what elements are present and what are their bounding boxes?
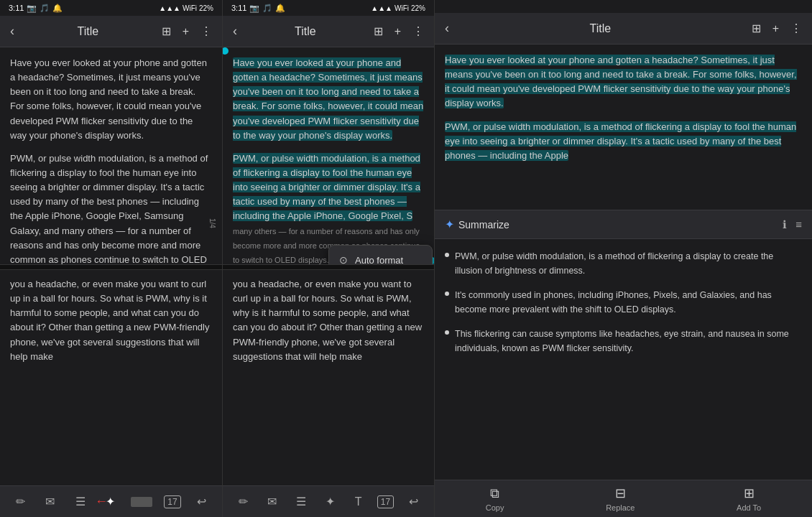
auto-format-icon: ⊙: [339, 253, 348, 264]
left-tb-pencil[interactable]: ✏: [11, 492, 29, 511]
right-tb-copy[interactable]: ⧉ Copy: [486, 486, 504, 512]
mid-grid-icon[interactable]: ⊞: [374, 24, 383, 38]
left-time: 3:11: [9, 4, 24, 12]
summarize-label: Summarize: [458, 219, 509, 230]
summarize-actions: ℹ ≡: [783, 218, 802, 231]
mid-battery: 22%: [411, 4, 425, 12]
middle-phone-panel: 3:11 📷 🎵 🔔 ▲▲▲ WiFi 22% ‹ Title ⊞ + ⋮: [223, 0, 435, 517]
right-add-icon[interactable]: +: [772, 22, 779, 35]
mid-tb-undo[interactable]: ↩: [405, 492, 423, 511]
left-nav-icons: ⊞ + ⋮: [162, 24, 212, 38]
mid-bottom-toolbar: ✏ ✉ ☰ ✦ T 17 ↩: [223, 485, 434, 517]
right-top-nav: ‹ Title ⊞ + ⋮: [435, 13, 812, 45]
left-status-left: 3:11 📷 🎵 🔔: [9, 4, 63, 13]
right-tb-replace[interactable]: ⊟ Replace: [606, 485, 635, 512]
right-tb-addto[interactable]: ⊞ Add To: [737, 485, 761, 512]
bullet-text-2: It's commonly used in phones, including …: [455, 288, 802, 317]
left-tb-list[interactable]: ☰: [71, 492, 90, 511]
mid-music-icon: 🎵: [262, 4, 272, 13]
mid-para-bottom: you a headache, or even make you want to…: [233, 277, 424, 364]
mid-time: 3:11: [231, 4, 246, 12]
mid-top-nav: ‹ Title ⊞ + ⋮: [223, 16, 434, 47]
left-notif-icon: 🔔: [52, 4, 63, 13]
bullet-dot-1: [445, 253, 449, 257]
left-phone-panel: 3:11 📷 🎵 🔔 ▲▲▲ WiFi 22% ‹ Title ⊞ + ⋮ Ha…: [0, 0, 223, 517]
menu-auto-format-label: Auto format: [355, 253, 403, 264]
right-phone-panel: ‹ Title ⊞ + ⋮ Have you ever looked at yo…: [435, 0, 812, 517]
left-content-top: Have you ever looked at your phone and g…: [0, 47, 222, 264]
left-status-right: ▲▲▲ WiFi 22%: [159, 4, 213, 12]
summarize-star-icon: ✦: [445, 218, 454, 231]
mid-status-bar: 3:11 📷 🎵 🔔 ▲▲▲ WiFi 22%: [223, 0, 434, 16]
left-tb-num[interactable]: 17: [164, 495, 180, 508]
left-more-icon[interactable]: ⋮: [200, 24, 212, 38]
right-content-top: Have you ever looked at your phone and g…: [435, 45, 812, 210]
summarize-info-icon[interactable]: ℹ: [783, 218, 787, 231]
mid-tb-msg[interactable]: ✉: [263, 492, 281, 511]
mid-signal-icon: ▲▲▲: [371, 4, 392, 12]
left-page-indicator: 1/4: [207, 218, 218, 228]
left-tb-bar[interactable]: [131, 497, 152, 507]
left-camera-icon: 📷: [27, 4, 37, 13]
copy-label: Copy: [486, 503, 504, 512]
mid-para-1: Have you ever looked at your phone and g…: [233, 56, 424, 143]
mid-more-icon[interactable]: ⋮: [412, 24, 424, 38]
bullet-text-3: This flickering can cause symptoms like …: [455, 327, 802, 355]
mid-wifi-icon: WiFi: [395, 4, 409, 12]
replace-label: Replace: [606, 503, 635, 512]
left-red-arrow: ←: [95, 494, 108, 509]
context-menu: ⊙ Auto format ◎ Summarize ✎ Correct spel…: [328, 245, 433, 264]
bullet-item-3: This flickering can cause symptoms like …: [445, 327, 802, 355]
mid-nav-icons: ⊞ + ⋮: [374, 24, 424, 38]
left-grid-icon[interactable]: ⊞: [162, 24, 171, 38]
left-para-1: Have you ever looked at your phone and g…: [10, 56, 212, 143]
right-para-2-highlighted: PWM, or pulse width modulation, is a met…: [445, 121, 796, 161]
addto-label: Add To: [737, 503, 761, 512]
left-status-bar: 3:11 📷 🎵 🔔 ▲▲▲ WiFi 22%: [0, 0, 222, 16]
summarize-list-icon[interactable]: ≡: [795, 218, 802, 231]
copy-icon: ⧉: [490, 486, 499, 501]
left-content-bottom: you a headache, or even make you want to…: [0, 270, 222, 485]
mid-tb-star[interactable]: ✦: [321, 492, 339, 511]
mid-tb-num[interactable]: 17: [377, 495, 394, 508]
summarize-title-row: ✦ Summarize: [445, 218, 509, 231]
left-tb-msg[interactable]: ✉: [41, 492, 59, 511]
right-grid-icon[interactable]: ⊞: [752, 22, 761, 35]
mid-sel-handle-top: [223, 47, 229, 55]
mid-tb-list[interactable]: ☰: [292, 492, 310, 511]
bullet-dot-3: [445, 330, 449, 335]
left-nav-title: Title: [78, 25, 99, 38]
mid-back-button[interactable]: ‹: [233, 24, 237, 39]
right-nav-icons: ⊞ + ⋮: [752, 22, 802, 35]
right-para-2: PWM, or pulse width modulation, is a met…: [445, 120, 802, 163]
mid-nav-title: Title: [295, 25, 316, 38]
mid-status-left: 3:11 📷 🎵 🔔: [231, 4, 285, 13]
left-back-button[interactable]: ‹: [10, 24, 14, 39]
replace-icon: ⊟: [615, 485, 626, 501]
mid-status-right: ▲▲▲ WiFi 22%: [371, 4, 425, 12]
mid-camera-icon: 📷: [249, 4, 259, 13]
addto-icon: ⊞: [744, 485, 755, 501]
mid-tb-T[interactable]: T: [351, 493, 366, 511]
mid-notif-icon: 🔔: [275, 4, 285, 13]
screenshot-container: 3:11 📷 🎵 🔔 ▲▲▲ WiFi 22% ‹ Title ⊞ + ⋮ Ha…: [0, 0, 812, 517]
right-back-button[interactable]: ‹: [445, 21, 449, 36]
right-para-1: Have you ever looked at your phone and g…: [445, 53, 802, 111]
left-add-icon[interactable]: +: [183, 25, 189, 38]
mid-para-2-highlighted: PWM, or pulse width modulation, is a met…: [233, 153, 420, 222]
right-more-icon[interactable]: ⋮: [790, 22, 802, 35]
left-wifi-icon: WiFi: [183, 4, 197, 12]
mid-para-1-highlighted: Have you ever looked at your phone and g…: [233, 57, 423, 141]
left-signal-icon: ▲▲▲: [159, 4, 180, 12]
mid-tb-pencil[interactable]: ✏: [234, 492, 252, 511]
left-battery: 22%: [199, 4, 213, 12]
bullet-dot-2: [445, 292, 449, 296]
bullet-item-1: PWM, or pulse width modulation, is a met…: [445, 249, 802, 278]
menu-auto-format[interactable]: ⊙ Auto format: [329, 246, 432, 264]
left-music-icon: 🎵: [40, 4, 50, 13]
left-para-2: PWM, or pulse width modulation, is a met…: [10, 152, 212, 264]
left-tb-undo[interactable]: ↩: [193, 492, 211, 511]
left-bottom-toolbar: ✏ ✉ ☰ ✦ ← 17 ↩: [0, 485, 222, 517]
mid-add-icon[interactable]: +: [395, 25, 401, 38]
bullet-item-2: It's commonly used in phones, including …: [445, 288, 802, 317]
